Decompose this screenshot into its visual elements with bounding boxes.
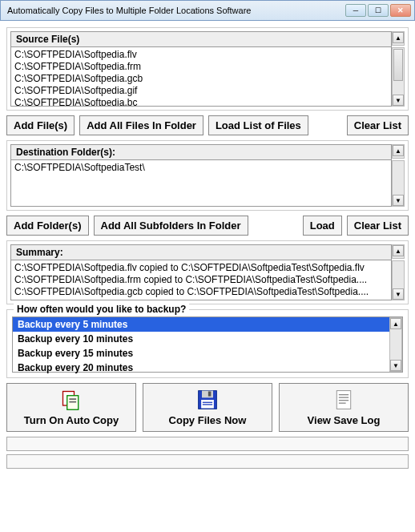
svg-rect-14 — [339, 403, 346, 404]
scrollbar[interactable]: ▲ — [392, 144, 405, 159]
load-button[interactable]: Load — [303, 216, 342, 236]
backup-options-list[interactable]: Backup every 5 minutes Backup every 10 m… — [12, 316, 403, 373]
scroll-down-icon[interactable]: ▼ — [390, 360, 401, 371]
add-subfolders-button[interactable]: Add All Subfolders In Folder — [94, 216, 248, 236]
scrollbar[interactable]: ▼ — [392, 160, 405, 207]
list-item[interactable]: C:\SOFTPEDIA\Softpedia.gif — [14, 85, 388, 97]
close-button[interactable]: ✕ — [390, 4, 411, 17]
list-item[interactable]: C:\SOFTPEDIA\Softpedia.flv — [14, 49, 388, 61]
list-item[interactable]: C:\SOFTPEDIA\SoftpediaTest\ — [14, 162, 388, 174]
list-item: C:\SOFTPEDIA\Softpedia.flv copied to C:\… — [14, 262, 388, 274]
summary-list[interactable]: C:\SOFTPEDIA\Softpedia.flv copied to C:\… — [10, 260, 392, 300]
backup-option[interactable]: Backup every 15 minutes — [13, 346, 389, 361]
add-folders-button[interactable]: Add Folder(s) — [6, 216, 89, 236]
list-item[interactable]: C:\SOFTPEDIA\Softpedia.frm — [14, 61, 388, 73]
svg-rect-2 — [69, 398, 76, 400]
load-list-button[interactable]: Load List of Files — [208, 115, 308, 135]
list-item[interactable]: C:\SOFTPEDIA\Softpedia.bc — [14, 97, 388, 107]
scrollbar[interactable]: ▲ — [392, 244, 405, 259]
scroll-down-icon[interactable]: ▼ — [393, 95, 404, 106]
backup-option[interactable]: Backup every 5 minutes — [13, 317, 389, 332]
source-buttons-row: Add File(s) Add All Files In Folder Load… — [6, 115, 409, 135]
status-bar-1 — [6, 437, 409, 451]
svg-rect-8 — [203, 402, 212, 403]
scrollbar[interactable]: ▲ — [392, 31, 405, 46]
backup-frequency-group: How often would you like to backup? Back… — [6, 309, 409, 378]
titlebar[interactable]: Automatically Copy Files to Multiple Fol… — [0, 0, 415, 21]
svg-rect-11 — [339, 394, 349, 395]
action-label: Copy Files Now — [169, 414, 247, 426]
svg-rect-12 — [339, 397, 349, 398]
scrollbar[interactable]: ▼ — [392, 260, 405, 300]
scroll-up-icon[interactable]: ▲ — [390, 318, 401, 329]
backup-option[interactable]: Backup every 20 minutes — [13, 361, 389, 375]
copy-now-button[interactable]: Copy Files Now — [143, 383, 272, 432]
source-files-group: Source File(s) ▲ C:\SOFTPEDIA\Softpedia.… — [6, 27, 409, 111]
action-buttons-row: Turn On Auto Copy Copy Files Now View Sa… — [6, 383, 409, 432]
floppy-disk-icon — [196, 389, 219, 411]
scrollbar[interactable]: ▲ ▼ — [389, 317, 402, 372]
clear-source-button[interactable]: Clear List — [347, 115, 409, 135]
action-label: Turn On Auto Copy — [24, 414, 119, 426]
scroll-down-icon[interactable]: ▼ — [393, 288, 404, 300]
list-item: C:\SOFTPEDIA\Softpedia.frm copied to C:\… — [14, 274, 388, 286]
destination-list[interactable]: C:\SOFTPEDIA\SoftpediaTest\ — [10, 160, 392, 207]
scrollbar[interactable]: ▼ — [392, 47, 405, 107]
list-item: C:\SOFTPEDIA\Softpedia.gcb copied to C:\… — [14, 286, 388, 298]
copy-files-icon — [60, 389, 83, 411]
summary-header: Summary: — [10, 244, 392, 260]
scroll-down-icon[interactable]: ▼ — [393, 195, 404, 206]
auto-copy-button[interactable]: Turn On Auto Copy — [6, 383, 136, 432]
view-log-button[interactable]: View Save Log — [279, 383, 409, 432]
source-files-list[interactable]: C:\SOFTPEDIA\Softpedia.flv C:\SOFTPEDIA\… — [10, 47, 392, 107]
minimize-button[interactable]: ─ — [345, 4, 366, 17]
svg-rect-9 — [203, 404, 212, 405]
action-label: View Save Log — [308, 414, 381, 426]
window-controls: ─ ☐ ✕ — [345, 4, 411, 17]
svg-rect-3 — [69, 401, 76, 403]
list-item[interactable]: C:\SOFTPEDIA\Softpedia.gcb — [14, 73, 388, 85]
scroll-up-icon[interactable]: ▲ — [393, 145, 404, 156]
scroll-up-icon[interactable]: ▲ — [393, 32, 404, 43]
maximize-button[interactable]: ☐ — [368, 4, 389, 17]
scroll-thumb[interactable] — [393, 49, 403, 81]
destination-buttons-row: Add Folder(s) Add All Subfolders In Fold… — [6, 216, 409, 236]
backup-legend: How often would you like to backup? — [14, 304, 189, 315]
svg-rect-5 — [202, 391, 213, 398]
svg-rect-13 — [339, 400, 349, 401]
clear-destination-button[interactable]: Clear List — [347, 216, 409, 236]
status-bar-2 — [6, 454, 409, 469]
destination-group: Destination Folder(s): ▲ C:\SOFTPEDIA\So… — [6, 140, 409, 211]
svg-rect-6 — [208, 392, 212, 397]
source-header: Source File(s) — [10, 31, 392, 47]
add-all-files-button[interactable]: Add All Files In Folder — [79, 115, 203, 135]
summary-group: Summary: ▲ C:\SOFTPEDIA\Softpedia.flv co… — [6, 240, 409, 304]
document-icon — [332, 389, 355, 411]
window-title: Automatically Copy Files to Multiple Fol… — [7, 6, 345, 15]
add-files-button[interactable]: Add File(s) — [6, 115, 75, 135]
scroll-up-icon[interactable]: ▲ — [393, 245, 404, 256]
destination-header: Destination Folder(s): — [10, 144, 392, 160]
backup-option[interactable]: Backup every 10 minutes — [13, 332, 389, 346]
